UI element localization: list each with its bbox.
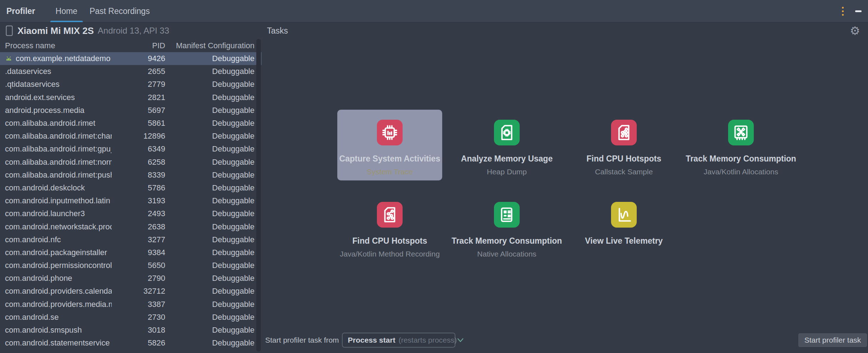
process-manifest: Debuggable xyxy=(165,54,254,63)
process-pid: 2493 xyxy=(112,209,165,218)
task-subtitle: Java/Kotlin Allocations xyxy=(704,168,778,176)
table-row[interactable]: com.alibaba.android.rimet:gpu_process634… xyxy=(0,143,262,155)
process-pid: 3193 xyxy=(112,196,165,205)
process-name: com.android.inputmethod.latin xyxy=(5,196,110,205)
process-pid: 32712 xyxy=(112,287,165,296)
vertical-scrollbar[interactable] xyxy=(256,39,261,352)
table-row[interactable]: com.android.networkstack.process2638Debu… xyxy=(0,220,262,233)
task-tile[interactable]: Find CPU HotspotsJava/Kotlin Method Reco… xyxy=(337,192,442,263)
process-manifest: Debuggable xyxy=(165,222,254,232)
process-manifest: Debuggable xyxy=(165,235,254,244)
process-pid: 5861 xyxy=(112,119,165,128)
more-vertical-icon[interactable] xyxy=(841,5,845,17)
column-process-name[interactable]: Process name xyxy=(5,41,112,50)
process-name: com.android.phone xyxy=(5,274,72,283)
process-name: com.example.netdatademo xyxy=(16,54,110,63)
process-manifest: Debuggable xyxy=(165,67,254,76)
task-tile[interactable]: Track Memory ConsumptionNative Allocatio… xyxy=(454,192,559,263)
process-manifest: Debuggable xyxy=(165,274,254,283)
start-from-dropdown[interactable]: Process start (restarts process) xyxy=(342,333,455,348)
process-name: com.alibaba.android.rimet:pushservice xyxy=(5,170,112,180)
process-pid: 2730 xyxy=(112,313,165,322)
table-row[interactable]: com.android.deskclock5786Debuggable xyxy=(0,182,262,194)
tab-home-label: Home xyxy=(56,6,77,16)
task-title: Track Memory Consumption xyxy=(686,154,796,164)
task-title: Capture System Activities xyxy=(339,154,440,164)
process-manifest: Debuggable xyxy=(165,338,254,348)
process-name: com.android.nfc xyxy=(5,235,61,244)
table-row[interactable]: .dataservices2655Debuggable xyxy=(0,65,262,78)
table-row[interactable]: com.alibaba.android.rimet:normal_rend...… xyxy=(0,156,262,169)
table-row[interactable]: com.alibaba.android.rimet5861Debuggable xyxy=(0,117,262,130)
task-tile[interactable]: Analyze Memory UsageHeap Dump xyxy=(454,110,559,180)
title-bar: Profiler Home Past Recordings xyxy=(0,0,868,23)
tasks-title: Tasks xyxy=(267,26,288,36)
table-row[interactable]: com.alibaba.android.rimet:pushservice833… xyxy=(0,169,262,182)
table-row[interactable]: com.alibaba.android.rimet:channel12896De… xyxy=(0,130,262,143)
task-tile[interactable]: Track Memory ConsumptionJava/Kotlin Allo… xyxy=(688,110,793,180)
table-row[interactable]: com.android.inputmethod.latin3193Debugga… xyxy=(0,194,262,207)
table-row[interactable]: com.android.packageinstaller9384Debuggab… xyxy=(0,246,262,259)
task-row-1: Capture System ActivitiesSystem Trace An… xyxy=(337,110,793,180)
process-name: .qtidataservices xyxy=(5,80,60,89)
table-row[interactable]: com.android.smspush3018Debuggable xyxy=(0,324,262,337)
table-row[interactable]: com.example.netdatademo9426Debuggable xyxy=(0,52,262,65)
android-icon xyxy=(5,56,12,61)
process-manifest: Debuggable xyxy=(165,158,254,167)
start-profiler-task-button[interactable]: Start profiler task xyxy=(798,333,867,347)
process-pid: 5650 xyxy=(112,261,165,270)
process-name: android.process.media xyxy=(5,106,85,115)
table-row[interactable]: com.android.phone2790Debuggable xyxy=(0,272,262,285)
tasks-panel: Tasks ⚙ Capture System ActivitiesSystem … xyxy=(262,23,868,353)
process-name: com.android.statementservice xyxy=(5,338,110,348)
process-pid: 2655 xyxy=(112,67,165,76)
phone-icon xyxy=(6,25,13,36)
chevron-down-icon xyxy=(457,338,464,343)
process-manifest: Debuggable xyxy=(165,183,254,193)
settings-icon[interactable]: ⚙ xyxy=(850,25,860,36)
process-pid: 8339 xyxy=(112,170,165,180)
tab-past-recordings-label: Past Recordings xyxy=(90,6,150,16)
column-manifest-configuration[interactable]: Manifest Configuration xyxy=(165,41,254,50)
process-pid: 5786 xyxy=(112,183,165,193)
process-name: com.alibaba.android.rimet xyxy=(5,119,95,128)
system-trace-icon xyxy=(377,120,403,145)
process-name: com.android.providers.media.module xyxy=(5,300,112,309)
table-row[interactable]: com.android.providers.media.module3387De… xyxy=(0,298,262,311)
device-header: Xiaomi Mi MIX 2S Android 13, API 33 xyxy=(0,23,262,39)
heap-dump-icon xyxy=(494,120,520,145)
live-telemetry-icon xyxy=(611,202,637,228)
task-tile[interactable]: Find CPU HotspotsCallstack Sample xyxy=(571,110,676,180)
table-row[interactable]: com.android.providers.calendar32712Debug… xyxy=(0,285,262,298)
minimize-icon[interactable] xyxy=(855,10,862,12)
table-row[interactable]: .qtidataservices2779Debuggable xyxy=(0,78,262,91)
task-tile[interactable]: View Live Telemetry xyxy=(571,192,676,263)
start-from-label: Start profiler task from xyxy=(265,336,339,344)
process-name: com.android.launcher3 xyxy=(5,209,85,218)
task-title: Track Memory Consumption xyxy=(451,236,562,246)
tab-home[interactable]: Home xyxy=(50,0,84,22)
tasks-header: Tasks ⚙ xyxy=(262,23,868,39)
tab-past-recordings[interactable]: Past Recordings xyxy=(84,0,156,22)
table-row[interactable]: com.android.nfc3277Debuggable xyxy=(0,233,262,246)
table-row[interactable]: android.process.media5697Debuggable xyxy=(0,104,262,117)
table-row[interactable]: com.android.launcher32493Debuggable xyxy=(0,207,262,220)
table-row[interactable]: com.android.se2730Debuggable xyxy=(0,311,262,324)
process-name: com.android.deskclock xyxy=(5,183,85,193)
table-row[interactable]: android.ext.services2821Debuggable xyxy=(0,91,262,104)
task-tile[interactable]: Capture System ActivitiesSystem Trace xyxy=(337,110,442,180)
task-title: Find CPU Hotspots xyxy=(586,154,661,164)
process-manifest: Debuggable xyxy=(165,313,254,322)
task-title: Analyze Memory Usage xyxy=(461,154,553,164)
task-title: View Live Telemetry xyxy=(585,236,663,246)
process-manifest: Debuggable xyxy=(165,196,254,205)
table-row[interactable]: com.android.permissioncontroller5650Debu… xyxy=(0,259,262,272)
process-name: com.android.permissioncontroller xyxy=(5,261,112,270)
process-pid: 9384 xyxy=(112,248,165,257)
process-manifest: Debuggable xyxy=(165,80,254,89)
table-row[interactable]: com.android.statementservice5826Debuggab… xyxy=(0,337,262,349)
process-pid: 5697 xyxy=(112,106,165,115)
process-pid: 3277 xyxy=(112,235,165,244)
column-pid[interactable]: PID xyxy=(112,41,165,50)
dropdown-selected-value: Process start xyxy=(348,336,395,344)
